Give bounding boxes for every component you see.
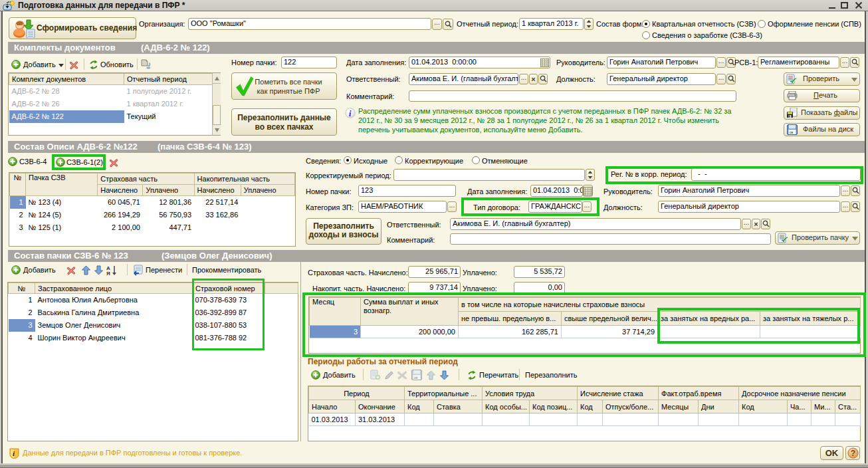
svg-text:ок: ок bbox=[790, 130, 794, 134]
svg-text:ок: ок bbox=[414, 376, 418, 380]
svg-text:Я: Я bbox=[106, 271, 110, 276]
svg-text:?: ? bbox=[851, 449, 855, 458]
